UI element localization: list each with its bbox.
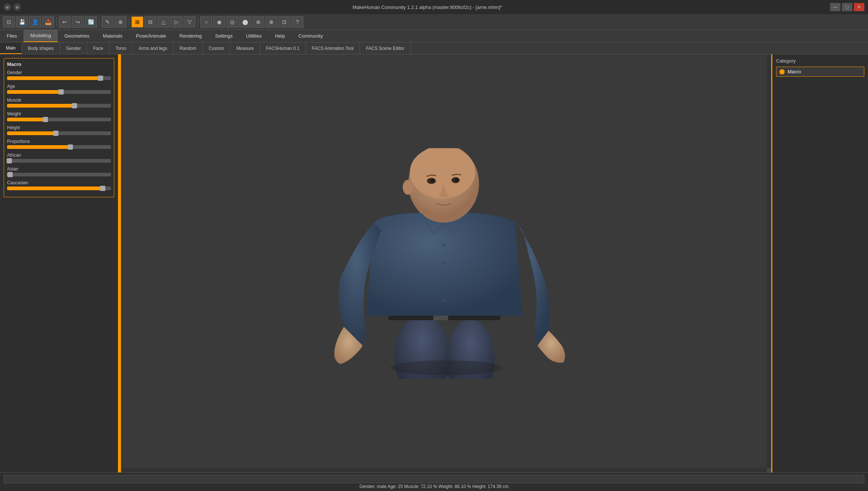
menu-item-help[interactable]: Help <box>268 30 292 42</box>
toolbar-btn-zoom[interactable]: ⊕ <box>265 16 277 28</box>
category-label: Category <box>776 58 864 64</box>
menu-item-settings[interactable]: Settings <box>208 30 239 42</box>
menu-item-geometries[interactable]: Geometries <box>58 30 96 42</box>
toolbar-btn-new[interactable]: ⊡ <box>3 16 15 28</box>
menubar: FilesModellingGeometriesMaterialsPose/An… <box>0 30 868 42</box>
slider-track-proportions[interactable] <box>7 145 111 149</box>
toolbar-btn-right-view[interactable]: ▷ <box>170 16 182 28</box>
tab-item-facshuman-0.1[interactable]: FACSHuman 0.1 <box>260 42 306 54</box>
slider-track-height[interactable] <box>7 131 111 135</box>
tab-item-facs-scene-editor[interactable]: FACS Scene Editor <box>360 42 411 54</box>
tab-item-gender[interactable]: Gender <box>60 42 87 54</box>
menu-item-modelling[interactable]: Modelling <box>23 30 58 42</box>
toolbar-separator <box>198 17 198 26</box>
slider-thumb-caucasian[interactable] <box>100 186 105 191</box>
category-select[interactable]: Macro <box>776 67 864 77</box>
toolbar-btn-body-mesh[interactable]: ◉ <box>213 16 225 28</box>
menu-item-utilities[interactable]: Utilities <box>239 30 268 42</box>
toolbar-separator <box>99 17 99 26</box>
slider-track-african[interactable] <box>7 159 111 163</box>
minimize-button[interactable]: — <box>830 3 840 11</box>
toolbar-btn-undo[interactable]: ↩ <box>59 16 71 28</box>
slider-label-african: African <box>7 153 111 158</box>
slider-group-height: Height <box>7 125 111 135</box>
tab-item-face[interactable]: Face <box>87 42 109 54</box>
slider-label-age: Age <box>7 84 111 89</box>
viewport[interactable] <box>121 54 771 472</box>
sliders-container: GenderAgeMuscleWeightHeightProportionsAf… <box>7 70 111 190</box>
close-button[interactable]: ✕ <box>854 3 864 11</box>
toolbar-btn-reset[interactable]: 🔄 <box>85 16 97 28</box>
menu-item-community[interactable]: Community <box>292 30 330 42</box>
menu-item-files[interactable]: Files <box>0 30 23 42</box>
slider-thumb-asian[interactable] <box>7 172 13 177</box>
left-panel: Macro GenderAgeMuscleWeightHeightProport… <box>0 54 119 472</box>
category-dot <box>779 69 785 74</box>
app-icon: ◉ <box>4 3 11 11</box>
toolbar-btn-front-view[interactable]: △ <box>157 16 169 28</box>
toolbar-btn-smooth[interactable]: ⊕ <box>115 16 127 28</box>
slider-label-caucasian: Caucasian <box>7 180 111 185</box>
status-input[interactable] <box>4 475 864 483</box>
toolbar-btn-save[interactable]: 💾 <box>16 16 28 28</box>
toolbar-btn-import[interactable]: 📥 <box>42 16 54 28</box>
slider-track-muscle[interactable] <box>7 104 111 108</box>
toolbar-btn-redo[interactable]: ↪ <box>72 16 84 28</box>
viewport-scroll-h[interactable] <box>121 468 767 472</box>
tab-item-measure[interactable]: Measure <box>230 42 260 54</box>
slider-group-weight: Weight <box>7 111 111 121</box>
svg-point-9 <box>431 179 434 182</box>
toolbar-btn-wireframe[interactable]: ⊞ <box>131 16 143 28</box>
toolbar-btn-grid[interactable]: ⊟ <box>144 16 156 28</box>
svg-point-15 <box>442 299 445 302</box>
svg-point-10 <box>455 178 459 182</box>
toolbar-btn-skin[interactable]: ◎ <box>226 16 238 28</box>
slider-group-age: Age <box>7 84 111 94</box>
slider-track-age[interactable] <box>7 90 111 94</box>
maximize-button[interactable]: □ <box>842 3 852 11</box>
toolbar-btn-solid[interactable]: ⬤ <box>239 16 251 28</box>
slider-track-asian[interactable] <box>7 173 111 176</box>
slider-group-muscle: Muscle <box>7 98 111 108</box>
tab-item-arms-and-legs[interactable]: Arms and legs <box>133 42 173 54</box>
slider-fill-age <box>7 90 61 94</box>
menu-item-pose-animate[interactable]: Pose/Animate <box>129 30 173 42</box>
slider-track-weight[interactable] <box>7 118 111 121</box>
toolbar-btn-camera[interactable]: ⊡ <box>278 16 290 28</box>
toolbar-btn-help[interactable]: ? <box>291 16 303 28</box>
slider-thumb-gender[interactable] <box>98 76 103 81</box>
menu-item-rendering[interactable]: Rendering <box>173 30 208 42</box>
tab-item-body-shapes[interactable]: Body shapes <box>22 42 60 54</box>
slider-thumb-african[interactable] <box>7 158 12 163</box>
slider-thumb-age[interactable] <box>58 89 64 95</box>
tab-item-torso[interactable]: Torso <box>109 42 133 54</box>
tab-item-random[interactable]: Random <box>173 42 202 54</box>
slider-fill-muscle <box>7 104 74 108</box>
window-title: MakeHuman Community 1.2.1 alpha (master:… <box>25 4 830 10</box>
slider-track-caucasian[interactable] <box>7 186 111 190</box>
slider-track-gender[interactable] <box>7 76 111 80</box>
toolbar: ⊡💾👤📥↩↪🔄✎⊕⊞⊟△▷▽○◉◎⬤⊛⊕⊡? <box>0 14 868 30</box>
toolbar-btn-overlay[interactable]: ⊛ <box>252 16 264 28</box>
toolbar-btn-top-view[interactable]: ▽ <box>184 16 195 28</box>
menu-item-materials[interactable]: Materials <box>96 30 129 42</box>
tab-item-main[interactable]: Main <box>0 42 22 54</box>
viewport-scroll-v[interactable] <box>767 54 771 468</box>
toolbar-btn-head-mesh[interactable]: ○ <box>200 16 212 28</box>
slider-thumb-weight[interactable] <box>43 117 48 122</box>
svg-point-14 <box>442 281 445 284</box>
slider-group-proportions: Proportions <box>7 139 111 149</box>
slider-group-african: African <box>7 153 111 163</box>
slider-thumb-height[interactable] <box>53 131 58 136</box>
slider-group-gender: Gender <box>7 70 111 80</box>
tab-item-facs-animation-tool[interactable]: FACS Animation Tool <box>306 42 360 54</box>
slider-thumb-muscle[interactable] <box>72 103 77 108</box>
app-icon2: ◆ <box>13 3 21 11</box>
toolbar-separator <box>129 17 129 26</box>
tab-item-custom[interactable]: Custom <box>203 42 230 54</box>
slider-label-height: Height <box>7 125 111 130</box>
slider-group-caucasian: Caucasian <box>7 180 111 190</box>
toolbar-btn-load-human[interactable]: 👤 <box>29 16 41 28</box>
toolbar-btn-grab[interactable]: ✎ <box>102 16 114 28</box>
slider-thumb-proportions[interactable] <box>68 144 73 150</box>
